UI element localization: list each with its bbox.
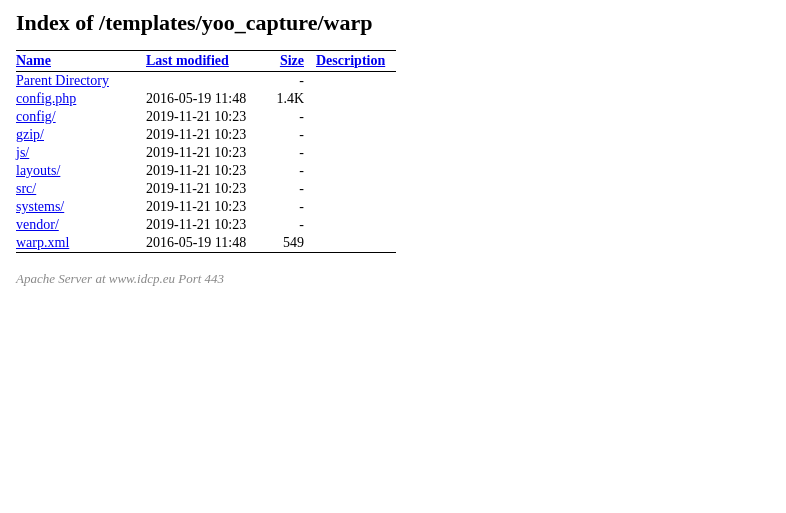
table-row: config/2019-11-21 10:23- [16,108,396,126]
file-date: 2016-05-19 11:48 [146,90,276,108]
parent-directory-link[interactable]: Parent Directory [16,73,109,88]
table-row: js/2019-11-21 10:23- [16,144,396,162]
file-size: - [276,180,316,198]
table-row: src/2019-11-21 10:23- [16,180,396,198]
file-date: 2019-11-21 10:23 [146,180,276,198]
file-link[interactable]: config.php [16,91,76,106]
file-description [316,198,396,216]
file-size: - [276,108,316,126]
table-row: Parent Directory- [16,72,396,91]
col-header-description[interactable]: Description [316,53,385,68]
file-description [316,144,396,162]
file-date: 2019-11-21 10:23 [146,144,276,162]
file-date: 2016-05-19 11:48 [146,234,276,253]
col-header-size[interactable]: Size [280,53,304,68]
file-size: - [276,162,316,180]
file-link[interactable]: vendor/ [16,217,59,232]
table-row: config.php2016-05-19 11:481.4K [16,90,396,108]
file-size: 1.4K [276,90,316,108]
table-row: vendor/2019-11-21 10:23- [16,216,396,234]
server-info: Apache Server at www.idcp.eu Port 443 [16,271,770,287]
file-date: 2019-11-21 10:23 [146,162,276,180]
file-size: 549 [276,234,316,253]
file-description [316,180,396,198]
file-link[interactable]: systems/ [16,199,64,214]
file-date [146,72,276,91]
file-description [316,234,396,253]
file-description [316,162,396,180]
page-title: Index of /templates/yoo_capture/warp [16,10,770,36]
file-link[interactable]: layouts/ [16,163,60,178]
file-size: - [276,216,316,234]
file-description [316,126,396,144]
file-link[interactable]: warp.xml [16,235,69,250]
file-link[interactable]: config/ [16,109,56,124]
table-row: layouts/2019-11-21 10:23- [16,162,396,180]
file-size: - [276,198,316,216]
file-description [316,108,396,126]
col-header-name[interactable]: Name [16,53,51,68]
file-size: - [276,72,316,91]
file-date: 2019-11-21 10:23 [146,108,276,126]
file-link[interactable]: src/ [16,181,36,196]
col-header-last-modified[interactable]: Last modified [146,53,229,68]
file-description [316,90,396,108]
file-date: 2019-11-21 10:23 [146,198,276,216]
file-link[interactable]: js/ [16,145,29,160]
file-size: - [276,126,316,144]
file-date: 2019-11-21 10:23 [146,126,276,144]
file-description [316,72,396,91]
file-size: - [276,144,316,162]
file-link[interactable]: gzip/ [16,127,44,142]
file-date: 2019-11-21 10:23 [146,216,276,234]
file-description [316,216,396,234]
table-row: gzip/2019-11-21 10:23- [16,126,396,144]
table-row: systems/2019-11-21 10:23- [16,198,396,216]
table-row: warp.xml2016-05-19 11:48549 [16,234,396,253]
file-listing-table: Name Last modified Size Description Pare… [16,50,396,257]
